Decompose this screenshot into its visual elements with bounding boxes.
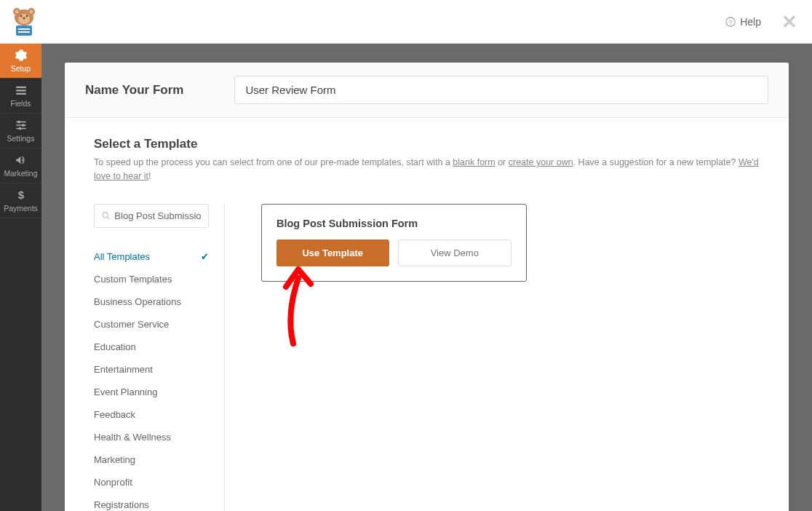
select-template-desc: To speed up the process you can select f… — [94, 156, 760, 183]
sidebar: Setup Fields Settings Marketing $ Paymen… — [0, 44, 41, 511]
svg-line-25 — [107, 217, 108, 218]
logo-bear — [9, 7, 39, 37]
select-template-title: Select a Template — [94, 137, 760, 151]
category-label: Entertainment — [94, 364, 153, 375]
desc-text: To speed up the process you can select f… — [94, 157, 453, 167]
svg-point-7 — [26, 15, 28, 17]
category-item[interactable]: Custom Templates — [94, 268, 209, 290]
sidebar-item-settings[interactable]: Settings — [0, 114, 41, 148]
name-form-row: Name Your Form — [65, 63, 789, 118]
svg-point-24 — [103, 212, 108, 217]
template-card: Blog Post Submission Form Use Template V… — [261, 204, 527, 282]
form-name-input[interactable] — [234, 76, 768, 104]
svg-point-4 — [30, 9, 33, 13]
svg-rect-15 — [16, 90, 26, 91]
category-item[interactable]: Health & Wellness — [94, 426, 209, 448]
svg-rect-16 — [16, 93, 26, 95]
main-panel: Name Your Form Select a Template To spee… — [65, 63, 789, 511]
sidebar-item-setup[interactable]: Setup — [0, 44, 41, 79]
sidebar-item-label: Setup — [11, 64, 31, 73]
svg-text:$: $ — [17, 189, 24, 201]
sliders-icon — [15, 119, 28, 132]
category-label: Health & Wellness — [94, 432, 171, 443]
sidebar-item-marketing[interactable]: Marketing — [0, 148, 41, 183]
sidebar-item-payments[interactable]: $ Payments — [0, 183, 41, 218]
template-search-wrap[interactable] — [94, 204, 209, 228]
category-label: Nonprofit — [94, 477, 132, 488]
category-label: Feedback — [94, 409, 135, 420]
category-label: Event Planning — [94, 387, 157, 397]
bullhorn-icon — [15, 154, 28, 167]
svg-rect-9 — [16, 25, 32, 36]
close-button[interactable]: ✕ — [781, 12, 797, 31]
category-list: All Templates✔ Custom Templates Business… — [94, 245, 224, 512]
category-item[interactable]: Nonprofit — [94, 471, 209, 494]
help-button[interactable]: ? Help — [725, 16, 761, 28]
svg-rect-10 — [18, 28, 30, 30]
svg-point-22 — [18, 127, 21, 130]
category-item[interactable]: Event Planning — [94, 381, 209, 403]
check-icon: ✔ — [201, 251, 209, 262]
category-item[interactable]: Registrations — [94, 494, 209, 512]
name-form-label: Name Your Form — [85, 83, 183, 98]
svg-point-3 — [15, 9, 19, 13]
category-label: Custom Templates — [94, 274, 172, 285]
main-outer: Name Your Form Select a Template To spee… — [41, 44, 812, 511]
category-item[interactable]: Feedback — [94, 403, 209, 426]
search-icon — [102, 211, 110, 221]
categories-column: All Templates✔ Custom Templates Business… — [94, 204, 225, 512]
svg-point-8 — [23, 17, 25, 18]
category-label: Marketing — [94, 454, 135, 465]
template-area: Select a Template To speed up the proces… — [65, 118, 789, 511]
category-item[interactable]: Customer Service — [94, 313, 209, 336]
help-label: Help — [740, 16, 761, 28]
blank-form-link[interactable]: blank form — [453, 157, 495, 167]
create-own-link[interactable]: create your own — [509, 157, 573, 167]
help-icon: ? — [725, 17, 736, 27]
category-label: Business Operations — [94, 296, 181, 307]
category-label: Education — [94, 341, 136, 352]
svg-point-20 — [22, 124, 25, 127]
svg-point-6 — [20, 15, 23, 17]
category-label: Registrations — [94, 499, 149, 510]
svg-rect-14 — [16, 87, 26, 88]
header-right: ? Help ✕ — [725, 12, 797, 31]
sidebar-item-fields[interactable]: Fields — [0, 79, 41, 114]
category-item[interactable]: Marketing — [94, 448, 209, 471]
desc-text: ! — [148, 171, 151, 181]
sidebar-item-label: Fields — [10, 99, 31, 108]
category-item[interactable]: Entertainment — [94, 358, 209, 381]
category-item[interactable]: Education — [94, 336, 209, 358]
svg-rect-11 — [18, 31, 30, 33]
svg-point-18 — [17, 121, 20, 124]
top-header: ? Help ✕ — [0, 0, 812, 44]
list-icon — [15, 84, 28, 97]
template-card-title: Blog Post Submission Form — [276, 218, 512, 229]
svg-text:?: ? — [729, 18, 733, 25]
use-template-button[interactable]: Use Template — [276, 239, 389, 266]
category-item[interactable]: Business Operations — [94, 290, 209, 313]
category-label: All Templates — [94, 251, 150, 262]
template-row: All Templates✔ Custom Templates Business… — [94, 204, 760, 512]
templates-column: Blog Post Submission Form Use Template V… — [247, 204, 760, 512]
template-search-input[interactable] — [114, 210, 201, 221]
gear-icon — [15, 49, 28, 62]
sidebar-item-label: Settings — [7, 134, 35, 143]
sidebar-item-label: Marketing — [4, 169, 37, 178]
desc-text: or — [495, 157, 509, 167]
category-item-all-templates[interactable]: All Templates✔ — [94, 245, 209, 268]
sidebar-item-label: Payments — [4, 204, 38, 213]
desc-text: . Have a suggestion for a new template? — [573, 157, 739, 167]
category-label: Customer Service — [94, 319, 169, 330]
template-card-buttons: Use Template View Demo — [276, 239, 512, 266]
dollar-icon: $ — [15, 189, 28, 202]
view-demo-button[interactable]: View Demo — [398, 239, 512, 266]
